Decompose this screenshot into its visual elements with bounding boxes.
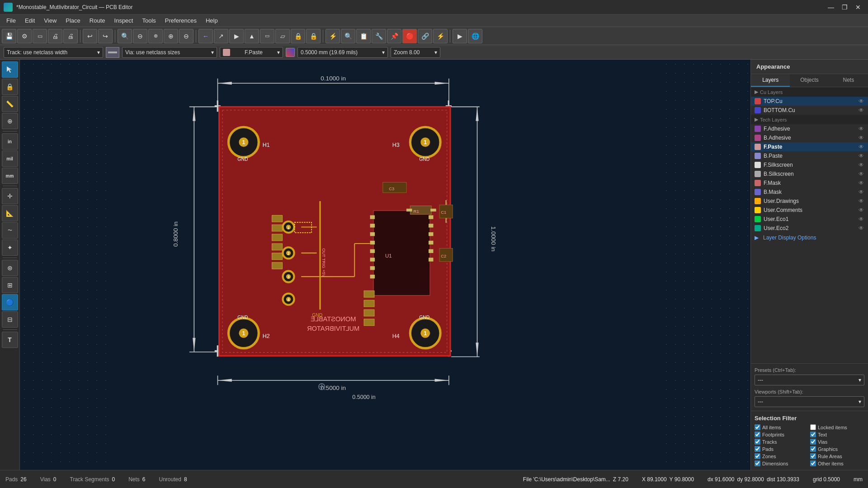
menu-tools[interactable]: Tools [137,15,160,26]
settings-button[interactable]: ⚙ [17,29,32,43]
layer-user-drawings[interactable]: User.Drawings 👁 [751,197,868,206]
user-comm-visibility[interactable]: 👁 [858,207,864,213]
color-picker-button[interactable] [286,48,295,57]
bottom-cu-visibility[interactable]: 👁 [858,107,864,113]
highlight-net-button[interactable]: ← [198,29,213,43]
sf-locked-check[interactable] [810,424,816,430]
measure-tool-button[interactable]: 📏 [2,96,18,112]
layer-top-cu[interactable]: TOP.Cu 👁 [751,97,868,106]
globe-button[interactable]: 🌐 [468,29,482,43]
ruler-button[interactable]: 📐 [2,205,18,221]
pcb-drawing[interactable]: 0.1000 in 0.8000 in 1.0000 in 0.5000 in [20,60,750,470]
redo-button[interactable]: ↪ [98,29,113,43]
origin-tool-button[interactable]: ⊕ [2,113,18,129]
f-mask-visibility[interactable]: 👁 [858,180,864,186]
user-draw-visibility[interactable]: 👁 [858,198,864,204]
net-inspector-button[interactable]: ▱ [275,29,290,43]
print-button[interactable]: 🖨 [48,29,62,43]
search-button[interactable]: 🔍 [118,29,132,43]
layer-f-silkscreen[interactable]: F.Silkscreen 👁 [751,160,868,169]
update-pcb-button[interactable]: ⚡ [326,29,340,43]
track-width-dropdown[interactable]: Track: use netclass width ▾ [4,47,103,58]
interactive-router-button[interactable]: 🔵 [2,294,18,310]
f-adhesive-visibility[interactable]: 👁 [858,126,864,132]
sf-footprints-check[interactable] [755,432,760,437]
group-button[interactable]: ⊞ [2,277,18,293]
layer-b-mask[interactable]: B.Mask 👁 [751,188,868,197]
b-paste-visibility[interactable]: 👁 [858,153,864,159]
layer-f-paste[interactable]: F.Paste 👁 [751,142,868,151]
zoom-in-button[interactable]: ⊕ [164,29,178,43]
layer-b-silkscreen[interactable]: B.Silkscreen 👁 [751,169,868,178]
pin-button[interactable]: 📌 [387,29,401,43]
board-setup-button[interactable]: ▭ [260,29,274,43]
layer-bottom-cu[interactable]: BOTTOM.Cu 👁 [751,106,868,115]
sf-vias-check[interactable] [810,439,816,445]
menu-route[interactable]: Route [85,15,110,26]
sf-zones-check[interactable] [755,453,760,459]
size-dropdown[interactable]: 0.5000 mm (19.69 mils) ▾ [297,47,388,58]
zoom-reset-button[interactable]: ⊖ [179,29,193,43]
tab-objects[interactable]: Objects [790,74,829,87]
track-style-button[interactable] [106,47,119,58]
menu-edit[interactable]: Edit [20,15,39,26]
top-cu-visibility[interactable]: 👁 [858,98,864,104]
layer-dropdown[interactable]: F.Paste ▾ [220,47,283,58]
zoom-out-button[interactable]: ⊖ [133,29,147,43]
zoom-fit-button[interactable]: ⊕ [148,29,163,43]
layer-user-comments[interactable]: User.Comments 👁 [751,206,868,215]
minimize-button[interactable]: — [825,3,837,12]
sf-dimensions-check[interactable] [755,460,760,466]
undo-button[interactable]: ↩ [83,29,97,43]
close-button[interactable]: ✕ [852,3,864,12]
layer-user-eco1[interactable]: User.Eco1 👁 [751,215,868,224]
save-button[interactable]: 💾 [2,29,16,43]
menu-preferences[interactable]: Preferences [160,15,201,26]
tab-nets[interactable]: Nets [829,74,868,87]
pcb-canvas-area[interactable]: 0.1000 in 0.8000 in 1.0000 in 0.5000 in [20,60,750,470]
sf-all-items-check[interactable] [755,424,760,430]
tech-layers-group[interactable]: ▶ Tech Layers [751,115,868,124]
layer-user-eco2[interactable]: User.Eco2 👁 [751,224,868,233]
link-button[interactable]: 🔗 [418,29,432,43]
fan-button[interactable]: ⊛ [2,260,18,276]
layer-f-mask[interactable]: F.Mask 👁 [751,178,868,188]
ungroup-button[interactable]: ⊟ [2,311,18,328]
unit-mm-button[interactable]: mm [2,168,18,184]
flash-button[interactable]: ⚡ [433,29,448,43]
menu-file[interactable]: File [2,15,20,26]
letter-t-button[interactable]: T [2,332,18,348]
b-silk-visibility[interactable]: 👁 [858,171,864,177]
lock-button[interactable]: 🔒 [291,29,305,43]
back-annotation-button[interactable]: ↗ [214,29,228,43]
select-tool-button[interactable] [2,61,18,78]
clipboard-button[interactable]: 📋 [356,29,371,43]
via-size-dropdown[interactable]: Via: use netclass sizes ▾ [122,47,217,58]
sf-other-check[interactable] [810,460,816,466]
layer-group-header[interactable]: ▶ Cu Layers [751,87,868,97]
maximize-button[interactable]: ❐ [838,3,851,12]
page-settings-button[interactable]: ▭ [33,29,47,43]
tools-button[interactable]: 🔧 [372,29,386,43]
menu-place[interactable]: Place [61,15,85,26]
tab-layers[interactable]: Layers [751,74,790,87]
drc-button[interactable]: 🔴 [402,29,417,43]
menu-help[interactable]: Help [201,15,222,26]
lock-tool-button[interactable]: 🔒 [2,79,18,95]
menu-inspect[interactable]: Inspect [110,15,138,26]
b-mask-visibility[interactable]: 👁 [858,189,864,195]
snap-button[interactable]: ✛ [2,188,18,204]
viewports-dropdown[interactable]: --- ▾ [755,396,864,407]
user-eco1-visibility[interactable]: 👁 [858,216,864,222]
layer-f-adhesive[interactable]: F.Adhesive 👁 [751,124,868,133]
scripting-button[interactable]: ▶ [453,29,467,43]
sf-tracks-check[interactable] [755,439,760,445]
net-button[interactable]: ✦ [2,239,18,256]
f-silk-visibility[interactable]: 👁 [858,162,864,168]
layer-display-options[interactable]: ▶ Layer Display Options [751,233,868,243]
print2-button[interactable]: 🖨 [63,29,78,43]
unit-in-button[interactable]: in [2,133,18,150]
sf-text-check[interactable] [810,432,816,437]
zoom-dropdown[interactable]: Zoom 8.00 ▾ [391,47,440,58]
b-adhesive-visibility[interactable]: 👁 [858,135,864,141]
